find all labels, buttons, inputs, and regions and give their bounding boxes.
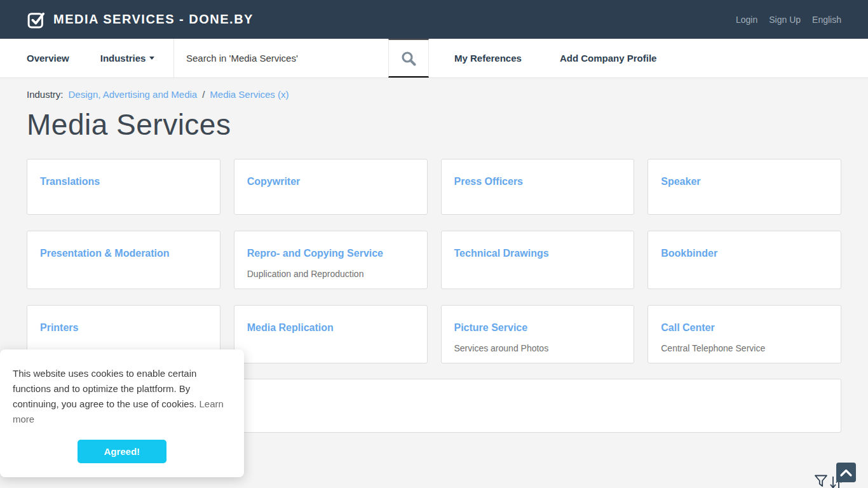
breadcrumb-label: Industry: bbox=[27, 89, 64, 100]
card-subtitle: Central Telephone Service bbox=[661, 343, 828, 353]
login-link[interactable]: Login bbox=[736, 15, 757, 25]
nav-add-company-link[interactable]: Add Company Profile bbox=[560, 53, 657, 64]
card-title[interactable]: Picture Service bbox=[454, 322, 621, 334]
card-title[interactable]: Copywriter bbox=[247, 176, 414, 187]
breadcrumb-industry-link[interactable]: Design, Advertising and Media bbox=[69, 89, 198, 100]
navbar-left: Overview Industries bbox=[0, 39, 173, 78]
signup-link[interactable]: Sign Up bbox=[769, 15, 801, 25]
topbar-links: Login Sign Up English bbox=[736, 15, 841, 25]
category-card-presentation-moderation[interactable]: Presentation & Moderation bbox=[27, 231, 220, 289]
card-subtitle: Services around Photos bbox=[454, 343, 621, 353]
top-bar: MEDIA SERVICES - DONE.BY Login Sign Up E… bbox=[0, 0, 868, 39]
category-card-speaker[interactable]: Speaker bbox=[648, 159, 841, 215]
breadcrumb: Industry: Design, Advertising and Media … bbox=[27, 89, 841, 100]
language-link[interactable]: English bbox=[812, 15, 841, 25]
cookie-agree-button[interactable]: Agreed! bbox=[78, 440, 166, 463]
nav-my-references-link[interactable]: My References bbox=[454, 53, 522, 64]
checkbox-logo-icon bbox=[27, 10, 46, 29]
main-navbar: Overview Industries My References Add Co… bbox=[0, 39, 868, 78]
card-title[interactable]: Speaker bbox=[661, 176, 828, 187]
brand-logo-link[interactable]: MEDIA SERVICES - DONE.BY bbox=[27, 10, 254, 29]
card-title[interactable]: Bookbinder bbox=[661, 248, 828, 259]
category-card-copywriter[interactable]: Copywriter bbox=[234, 159, 428, 215]
card-title[interactable]: Call Center bbox=[661, 322, 828, 334]
page-title: Media Services bbox=[27, 107, 841, 142]
card-title[interactable]: Media Replication bbox=[247, 322, 414, 334]
scroll-to-top-button[interactable] bbox=[836, 463, 856, 482]
navbar-right: My References Add Company Profile bbox=[429, 39, 656, 78]
filter-funnel-icon bbox=[814, 474, 828, 488]
category-card-call-center[interactable]: Call Center Central Telephone Service bbox=[648, 305, 841, 363]
brand-title: MEDIA SERVICES - DONE.BY bbox=[53, 12, 254, 27]
nav-overview-link[interactable]: Overview bbox=[27, 53, 69, 64]
card-title[interactable]: Translations bbox=[40, 176, 207, 187]
cookie-message: This website uses cookies to enable cert… bbox=[13, 368, 196, 409]
category-card-bookbinder[interactable]: Bookbinder bbox=[648, 231, 841, 289]
card-title[interactable]: Printers bbox=[40, 322, 207, 334]
card-title[interactable]: Technical Drawings bbox=[454, 248, 621, 259]
card-subtitle: Duplication and Reproduction bbox=[247, 269, 414, 279]
cookie-consent-banner: This website uses cookies to enable cert… bbox=[0, 349, 244, 477]
nav-industries-dropdown[interactable]: Industries bbox=[100, 53, 155, 64]
card-title[interactable]: Press Officers bbox=[454, 176, 621, 187]
search-field-wrap bbox=[173, 39, 388, 78]
search-icon bbox=[400, 50, 417, 67]
category-card-media-replication[interactable]: Media Replication bbox=[234, 305, 428, 363]
search-button[interactable] bbox=[388, 39, 429, 78]
nav-industries-label: Industries bbox=[100, 53, 146, 64]
breadcrumb-separator: / bbox=[202, 89, 205, 100]
search-input[interactable] bbox=[174, 53, 388, 64]
chevron-down-icon bbox=[149, 57, 154, 60]
category-card-technical-drawings[interactable]: Technical Drawings bbox=[441, 231, 635, 289]
category-card-repro-copying[interactable]: Repro- and Copying Service Duplication a… bbox=[234, 231, 428, 289]
category-card-translations[interactable]: Translations bbox=[27, 159, 220, 215]
filter-button[interactable] bbox=[814, 474, 828, 488]
category-card-press-officers[interactable]: Press Officers bbox=[441, 159, 635, 215]
card-title[interactable]: Presentation & Moderation bbox=[40, 248, 207, 259]
card-title[interactable]: Repro- and Copying Service bbox=[247, 248, 414, 259]
category-grid: Translations Copywriter Press Officers S… bbox=[27, 159, 841, 363]
breadcrumb-current-link[interactable]: Media Services (x) bbox=[210, 89, 288, 100]
category-card-picture-service[interactable]: Picture Service Services around Photos bbox=[441, 305, 635, 363]
chevron-up-icon bbox=[839, 468, 853, 477]
